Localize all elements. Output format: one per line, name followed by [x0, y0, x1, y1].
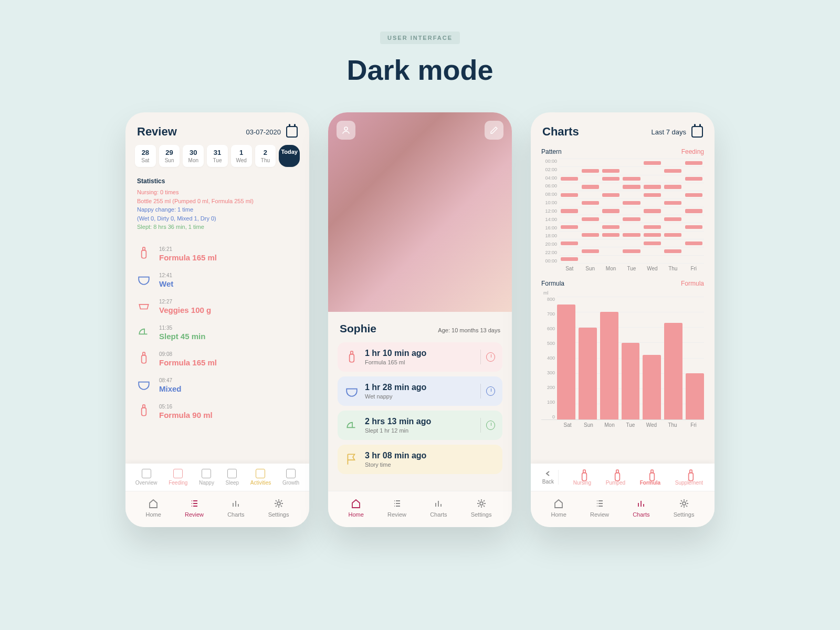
- svg-rect-16: [651, 470, 653, 472]
- stat-nappy: Nappy change: 1 time: [137, 205, 298, 214]
- subtab-activities[interactable]: Activities: [250, 469, 271, 486]
- svg-rect-2: [142, 355, 146, 363]
- day-pill[interactable]: 28Sat: [135, 145, 156, 167]
- pattern-type: Feeding: [681, 148, 704, 155]
- charts-heading: Charts: [542, 125, 579, 139]
- subtab-sleep[interactable]: Sleep: [226, 469, 239, 486]
- day-pill[interactable]: 2Thu: [255, 145, 276, 167]
- day-pill[interactable]: 31Tue: [207, 145, 228, 167]
- svg-rect-9: [351, 351, 353, 354]
- back-button[interactable]: Back: [542, 470, 559, 485]
- subtab-growth[interactable]: Growth: [282, 469, 299, 486]
- svg-rect-0: [142, 250, 146, 258]
- calendar-icon[interactable]: [286, 126, 298, 138]
- activity-card[interactable]: 2 hrs 13 min agoSlept 1 hr 12 min: [338, 411, 502, 440]
- formula-type: Formula: [681, 280, 704, 287]
- formula-bar: [686, 373, 704, 419]
- nav-home[interactable]: Home: [551, 498, 566, 518]
- svg-rect-3: [143, 352, 145, 355]
- clock-icon[interactable]: [486, 421, 495, 430]
- feedtab-nursing[interactable]: Nursing: [573, 469, 591, 486]
- formula-label: Formula: [541, 280, 564, 287]
- formula-bar: [622, 343, 640, 419]
- entry-row[interactable]: 12:41Wet: [137, 267, 298, 293]
- kicker: USER INTERFACE: [380, 32, 460, 44]
- charts-subtabs: BackNursingPumpedFormulaSupplement: [531, 464, 715, 491]
- nav-home[interactable]: Home: [349, 498, 364, 518]
- bottle-icon: [137, 404, 152, 418]
- review-subtabs: OverviewFeedingNappySleepActivitiesGrowt…: [125, 464, 309, 491]
- bottle-icon: [137, 246, 152, 261]
- bottle-icon: [345, 350, 359, 364]
- activity-cards: 1 hr 10 min agoFormula 165 ml1 hr 28 min…: [328, 342, 512, 474]
- stat-nappy-detail: (Wet 0, Dirty 0, Mixed 1, Dry 0): [137, 214, 298, 223]
- review-heading: Review: [137, 125, 177, 139]
- nav-settings[interactable]: Settings: [268, 498, 289, 518]
- nav-charts[interactable]: Charts: [430, 498, 447, 518]
- subtab-feeding[interactable]: Feeding: [169, 469, 187, 486]
- calendar-icon[interactable]: [691, 126, 703, 138]
- day-pill[interactable]: 1Wed: [231, 145, 252, 167]
- statistics-block: Statistics Nursing: 0 times Bottle 255 m…: [125, 174, 309, 239]
- phone-review: Review 03-07-2020 28Sat29Sun30Mon31Tue1W…: [125, 112, 309, 527]
- svg-rect-14: [616, 470, 618, 472]
- nav-charts[interactable]: Charts: [633, 498, 649, 518]
- nav-charts[interactable]: Charts: [227, 498, 244, 518]
- clock-icon[interactable]: [486, 352, 495, 362]
- entry-row[interactable]: 12:27Veggies 100 g: [137, 293, 298, 320]
- stats-label: Statistics: [137, 177, 298, 185]
- nav-review[interactable]: Review: [185, 498, 204, 518]
- entry-row[interactable]: 08:47Mixed: [137, 372, 298, 398]
- nav-home[interactable]: Home: [146, 498, 161, 518]
- page-title: Dark mode: [346, 54, 493, 86]
- entry-row[interactable]: 09:08Formula 165 ml: [137, 346, 298, 372]
- nav-settings[interactable]: Settings: [471, 498, 492, 518]
- feedtab-formula[interactable]: Formula: [640, 469, 660, 486]
- day-pill[interactable]: 29Sun: [159, 145, 180, 167]
- phone-home: Sophie Age: 10 months 13 days 1 hr 10 mi…: [328, 112, 512, 527]
- profile-icon[interactable]: [337, 121, 355, 140]
- edit-icon[interactable]: [485, 121, 503, 140]
- svg-rect-5: [143, 405, 145, 407]
- entry-row[interactable]: 16:21Formula 165 ml: [137, 241, 298, 267]
- activity-card[interactable]: 3 hr 08 min agoStory time: [338, 445, 502, 474]
- subtab-nappy[interactable]: Nappy: [199, 469, 214, 486]
- activity-card[interactable]: 1 hr 10 min agoFormula 165 ml: [338, 342, 502, 372]
- formula-unit: ml: [541, 290, 704, 296]
- bottle-icon: [137, 351, 152, 366]
- svg-rect-12: [583, 470, 585, 472]
- sleep-icon: [137, 325, 152, 340]
- formula-chart: Formula Formula ml 800700600500400300200…: [531, 277, 715, 431]
- pattern-label: Pattern: [541, 148, 562, 155]
- day-selector: 28Sat29Sun30Mon31Tue1Wed2ThuToday: [125, 145, 309, 174]
- nav-review[interactable]: Review: [590, 498, 609, 518]
- svg-rect-15: [650, 473, 655, 481]
- svg-rect-11: [582, 473, 587, 481]
- day-pill[interactable]: 30Mon: [183, 145, 204, 167]
- entries-list: 16:21Formula 165 ml12:41Wet12:27Veggies …: [125, 239, 309, 464]
- pattern-chart: Pattern Feeding 00:0002:0004:0006:0008:0…: [531, 145, 715, 277]
- entry-row[interactable]: 05:16Formula 90 ml: [137, 398, 298, 425]
- svg-rect-13: [615, 473, 620, 481]
- nappy-icon: [137, 377, 152, 392]
- activity-card[interactable]: 1 hr 28 min agoWet nappy: [338, 376, 502, 406]
- baby-name: Sophie: [340, 322, 376, 335]
- formula-bar: [557, 304, 575, 419]
- svg-point-6: [277, 502, 280, 505]
- feedtab-pumped[interactable]: Pumped: [606, 469, 625, 486]
- subtab-overview[interactable]: Overview: [135, 469, 158, 486]
- bottom-nav: HomeReviewChartsSettings: [531, 491, 715, 527]
- day-today[interactable]: Today: [279, 145, 300, 167]
- nappy-icon: [345, 384, 359, 398]
- entry-row[interactable]: 11:35Slept 45 min: [137, 320, 298, 346]
- clock-icon[interactable]: [486, 386, 495, 396]
- svg-point-7: [344, 127, 348, 130]
- solid-icon: [137, 299, 152, 313]
- nav-review[interactable]: Review: [387, 498, 406, 518]
- stat-slept: Slept: 8 hrs 36 min, 1 time: [137, 223, 298, 232]
- nav-settings[interactable]: Settings: [674, 498, 695, 518]
- charts-range: Last 7 days: [652, 128, 687, 136]
- stat-bottle: Bottle 255 ml (Pumped 0 ml, Formula 255 …: [137, 197, 298, 206]
- svg-rect-18: [690, 470, 692, 472]
- feedtab-supplement[interactable]: Supplement: [675, 469, 703, 486]
